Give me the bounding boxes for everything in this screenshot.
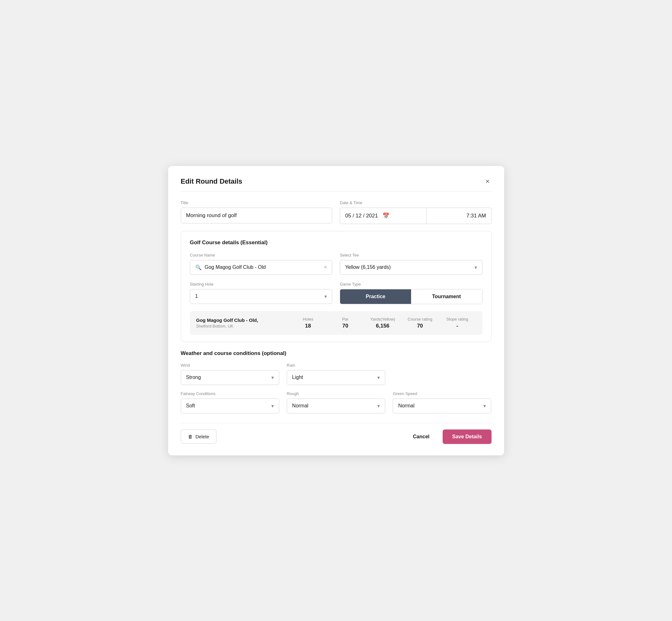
starting-hole-group: Starting Hole 1 ▾ [190,282,333,304]
edit-round-modal: Edit Round Details × Title Date & Time 0… [168,166,504,455]
date-field[interactable]: 05 / 12 / 2021 📅 [340,208,426,224]
course-name-search[interactable]: 🔍 × [190,260,333,275]
par-value: 70 [327,323,364,329]
close-button[interactable]: × [484,177,492,185]
par-label: Par [327,317,364,322]
chevron-down-icon-4: ▾ [377,375,380,380]
green-speed-label: Green Speed [393,391,491,396]
calendar-icon: 📅 [382,212,389,219]
datetime-group: Date & Time 05 / 12 / 2021 📅 7:31 AM [340,200,492,224]
yards-value: 6,156 [364,323,401,329]
chevron-down-icon-6: ▾ [377,403,380,409]
course-tee-row: Course Name 🔍 × Select Tee Yellow (6,156… [190,253,482,275]
chevron-down-icon-3: ▾ [271,375,274,380]
course-rating-label: Course rating [401,317,438,322]
hole-gametype-row: Starting Hole 1 ▾ Game Type Practice Tou… [190,282,482,304]
slope-rating-label: Slope rating [438,317,476,322]
select-tee-group: Select Tee Yellow (6,156 yards) ▾ [340,253,482,275]
game-type-group: Game Type Practice Tournament [340,282,482,304]
wind-rain-row: Wind Strong ▾ Rain Light ▾ [181,363,492,385]
weather-title: Weather and course conditions (optional) [181,350,492,357]
date-value: 05 / 12 / 2021 [345,213,378,219]
modal-header: Edit Round Details × [181,177,492,192]
course-name-group: Course Name 🔍 × [190,253,333,275]
modal-title: Edit Round Details [181,177,243,185]
rain-dropdown[interactable]: Light ▾ [287,370,385,385]
par-stat: Par 70 [327,317,364,329]
green-speed-dropdown[interactable]: Normal ▾ [393,399,491,413]
weather-section: Weather and course conditions (optional)… [181,350,492,413]
rough-dropdown[interactable]: Normal ▾ [287,399,385,413]
wind-label: Wind [181,363,279,368]
game-type-toggle: Practice Tournament [340,289,482,304]
search-icon: 🔍 [195,264,202,271]
course-name-label: Course Name [190,253,333,257]
green-speed-value: Normal [398,403,415,409]
rough-label: Rough [287,391,385,396]
chevron-down-icon-7: ▾ [483,403,486,409]
select-tee-dropdown[interactable]: Yellow (6,156 yards) ▾ [340,260,482,275]
title-label: Title [181,200,333,205]
clear-icon[interactable]: × [324,264,327,270]
course-rating-stat: Course rating 70 [401,317,438,329]
slope-rating-value: - [438,323,476,329]
save-button[interactable]: Save Details [443,429,491,444]
course-name-input[interactable] [205,264,321,270]
fairway-dropdown[interactable]: Soft ▾ [181,399,279,413]
title-input[interactable] [181,208,333,223]
course-location: Shelford Bottom, UK [196,324,290,329]
delete-button[interactable]: 🗑 Delete [181,429,216,444]
course-name-display: Gog Magog Golf Club - Old, [196,318,290,323]
green-speed-group: Green Speed Normal ▾ [393,391,491,413]
starting-hole-dropdown[interactable]: 1 ▾ [190,289,333,304]
wind-group: Wind Strong ▾ [181,363,279,385]
rain-value: Light [292,375,303,380]
chevron-down-icon-2: ▾ [324,293,327,299]
select-tee-value: Yellow (6,156 yards) [345,264,390,270]
time-value: 7:31 AM [466,213,486,219]
delete-label: Delete [196,434,209,439]
holes-value: 18 [289,323,327,329]
rain-group: Rain Light ▾ [287,363,385,385]
date-time-row: 05 / 12 / 2021 📅 7:31 AM [340,208,492,224]
course-rating-value: 70 [401,323,438,329]
title-group: Title [181,200,333,224]
wind-dropdown[interactable]: Strong ▾ [181,370,279,385]
trash-icon: 🗑 [188,434,193,439]
yards-stat: Yards(Yellow) 6,156 [364,317,401,329]
chevron-down-icon-5: ▾ [271,403,274,409]
fairway-label: Fairway Conditions [181,391,279,396]
rough-group: Rough Normal ▾ [287,391,385,413]
tournament-toggle-button[interactable]: Tournament [411,289,482,304]
rough-value: Normal [292,403,308,409]
yards-label: Yards(Yellow) [364,317,401,322]
holes-stat: Holes 18 [289,317,327,329]
wind-value: Strong [186,375,201,380]
cancel-button[interactable]: Cancel [409,431,434,443]
practice-toggle-button[interactable]: Practice [340,289,411,304]
chevron-down-icon: ▾ [474,264,477,271]
footer-row: 🗑 Delete Cancel Save Details [181,423,492,444]
time-field[interactable]: 7:31 AM [426,208,491,224]
golf-course-title: Golf Course details (Essential) [190,240,482,246]
rain-label: Rain [287,363,385,368]
holes-label: Holes [289,317,327,322]
fairway-group: Fairway Conditions Soft ▾ [181,391,279,413]
golf-course-section: Golf Course details (Essential) Course N… [181,231,492,342]
title-datetime-row: Title Date & Time 05 / 12 / 2021 📅 7:31 … [181,200,492,224]
course-info-name: Gog Magog Golf Club - Old, Shelford Bott… [196,318,290,329]
footer-right: Cancel Save Details [409,429,492,444]
datetime-label: Date & Time [340,200,492,205]
fairway-rough-green-row: Fairway Conditions Soft ▾ Rough Normal ▾… [181,391,492,413]
starting-hole-label: Starting Hole [190,282,333,287]
game-type-label: Game Type [340,282,482,287]
select-tee-label: Select Tee [340,253,482,257]
course-info-bar: Gog Magog Golf Club - Old, Shelford Bott… [190,311,482,335]
starting-hole-value: 1 [195,293,198,299]
fairway-value: Soft [186,403,195,409]
slope-rating-stat: Slope rating - [438,317,476,329]
